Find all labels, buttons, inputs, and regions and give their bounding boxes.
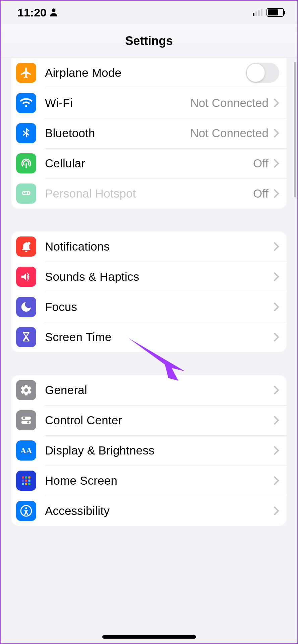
row-general[interactable]: General (11, 375, 287, 405)
svg-text:AA: AA (20, 446, 32, 455)
nav-header: Settings (1, 24, 297, 58)
sounds-icon (16, 267, 36, 287)
homescreen-icon (16, 471, 36, 491)
chevron-right-icon (273, 415, 279, 425)
row-label: Notifications (45, 240, 273, 253)
chevron-right-icon (273, 332, 279, 342)
chevron-right-icon (273, 158, 279, 168)
group-connectivity: Airplane Mode Wi-Fi Not Connected Blueto… (11, 58, 287, 209)
svg-point-1 (27, 242, 31, 245)
row-label: Display & Brightness (45, 444, 273, 457)
svg-point-5 (27, 421, 29, 423)
row-label: Focus (45, 300, 273, 314)
controlcenter-icon (16, 410, 36, 430)
status-right (253, 8, 284, 17)
hotspot-icon (16, 183, 36, 204)
airplane-toggle[interactable] (246, 63, 279, 83)
person-icon (49, 6, 58, 19)
row-notifications[interactable]: Notifications (11, 231, 287, 262)
svg-rect-11 (25, 480, 27, 482)
svg-rect-7 (22, 476, 24, 478)
svg-rect-9 (28, 476, 30, 478)
chevron-right-icon (273, 98, 279, 108)
notifications-icon (16, 236, 36, 257)
row-wifi[interactable]: Wi-Fi Not Connected (11, 88, 287, 118)
chevron-right-icon (273, 241, 279, 252)
chevron-right-icon (273, 272, 279, 282)
row-label: Accessibility (45, 504, 273, 518)
row-detail: Off (253, 187, 269, 200)
row-detail: Not Connected (190, 96, 269, 110)
chevron-right-icon (273, 445, 279, 455)
chevron-right-icon (273, 302, 279, 312)
row-cellular[interactable]: Cellular Off (11, 148, 287, 178)
row-label: General (45, 383, 273, 397)
svg-rect-14 (25, 483, 27, 485)
row-sounds[interactable]: Sounds & Haptics (11, 262, 287, 292)
cellular-signal-icon (253, 9, 262, 16)
row-screentime[interactable]: Screen Time (11, 322, 287, 352)
home-indicator[interactable] (102, 635, 196, 639)
row-detail: Not Connected (190, 126, 269, 140)
svg-rect-2 (21, 417, 31, 420)
focus-icon (16, 297, 36, 317)
wifi-icon (16, 93, 36, 113)
row-homescreen[interactable]: Home Screen (11, 466, 287, 496)
settings-content: Airplane Mode Wi-Fi Not Connected Blueto… (1, 58, 297, 562)
row-label: Home Screen (45, 474, 273, 487)
svg-point-0 (52, 8, 56, 12)
svg-rect-13 (22, 483, 24, 485)
airplane-icon (16, 63, 36, 83)
chevron-right-icon (273, 385, 279, 395)
row-airplane[interactable]: Airplane Mode (11, 58, 287, 88)
svg-rect-4 (21, 421, 31, 424)
row-label: Screen Time (45, 330, 273, 344)
svg-point-17 (25, 507, 27, 509)
row-label: Sounds & Haptics (45, 270, 273, 283)
page-title: Settings (125, 34, 173, 48)
row-label: Bluetooth (45, 126, 190, 140)
row-controlcenter[interactable]: Control Center (11, 405, 287, 435)
row-detail: Off (253, 157, 269, 170)
row-bluetooth[interactable]: Bluetooth Not Connected (11, 118, 287, 148)
screentime-icon (16, 327, 36, 347)
row-hotspot[interactable]: Personal Hotspot Off (11, 178, 287, 209)
row-label: Wi-Fi (45, 96, 190, 110)
status-time: 11:20 (17, 6, 47, 19)
svg-rect-15 (28, 483, 30, 485)
svg-rect-12 (28, 480, 30, 482)
scroll-indicator (294, 62, 296, 197)
chevron-right-icon (273, 189, 279, 199)
general-icon (16, 380, 36, 400)
row-display[interactable]: AA Display & Brightness (11, 435, 287, 466)
row-label: Personal Hotspot (45, 187, 253, 200)
row-label: Cellular (45, 157, 253, 170)
svg-point-3 (23, 417, 25, 419)
chevron-right-icon (273, 128, 279, 138)
svg-rect-8 (25, 476, 27, 478)
row-focus[interactable]: Focus (11, 292, 287, 322)
chevron-right-icon (273, 476, 279, 486)
status-left: 11:20 (17, 6, 58, 19)
bluetooth-icon (16, 123, 36, 143)
row-label: Control Center (45, 414, 273, 427)
group-general: General Control Center AA Display & Brig… (11, 375, 287, 526)
status-bar: 11:20 (1, 1, 297, 24)
battery-icon (266, 8, 284, 17)
svg-rect-10 (22, 480, 24, 482)
row-accessibility[interactable]: Accessibility (11, 496, 287, 526)
row-label: Airplane Mode (45, 66, 246, 79)
display-icon: AA (16, 440, 36, 461)
cellular-icon (16, 153, 36, 173)
accessibility-icon (16, 501, 36, 521)
chevron-right-icon (273, 506, 279, 516)
group-attention: Notifications Sounds & Haptics Focus Scr… (11, 231, 287, 352)
